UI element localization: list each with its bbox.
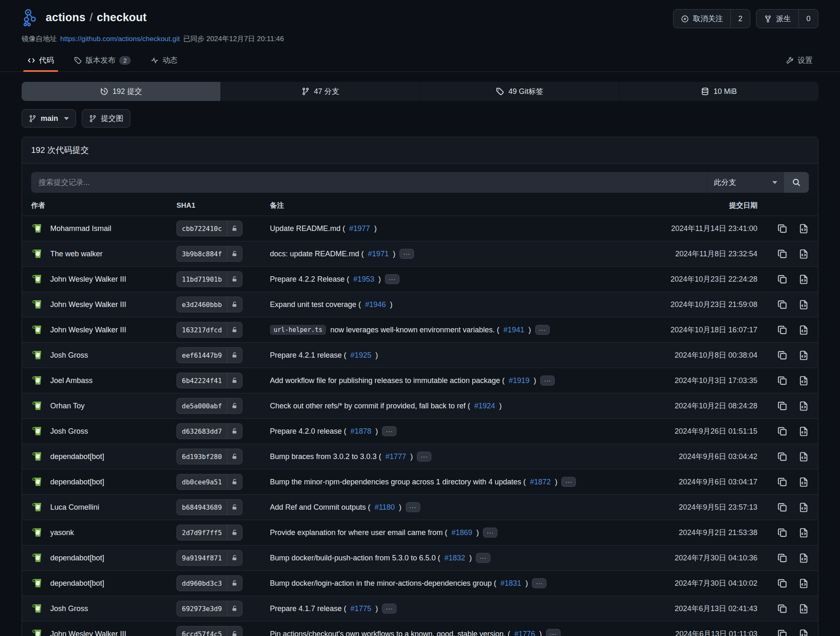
issue-link[interactable]: #1946	[365, 300, 386, 309]
commit-author[interactable]: dependabot[bot]	[50, 554, 104, 562]
commit-author[interactable]: dependabot[bot]	[50, 452, 104, 461]
issue-link[interactable]: #1919	[509, 376, 529, 385]
unwatch-button[interactable]: 取消关注 2	[673, 9, 750, 28]
expand-commit-button[interactable]: ···	[483, 528, 497, 538]
copy-sha-icon[interactable]	[777, 578, 788, 589]
commit-author[interactable]: yasonk	[50, 528, 74, 537]
issue-link[interactable]: #1924	[474, 402, 495, 410]
commit-sha-button[interactable]: 11bd71901b	[176, 271, 242, 287]
avatar[interactable]	[31, 602, 44, 615]
commit-sha-button[interactable]: 6ccd57f4c5	[176, 626, 242, 636]
view-file-at-commit-icon[interactable]	[798, 376, 809, 386]
issue-link[interactable]: #1832	[444, 554, 465, 562]
stat-branches[interactable]: 47 分支	[221, 82, 420, 101]
mirror-url-link[interactable]: https://github.com/actions/checkout.git	[60, 35, 180, 43]
expand-commit-button[interactable]: ···	[476, 553, 490, 563]
commit-sha-button[interactable]: 6d193bf280	[176, 449, 242, 464]
commit-sha-button[interactable]: d632683dd7	[176, 423, 242, 439]
avatar[interactable]	[31, 577, 44, 589]
avatar[interactable]	[31, 324, 44, 336]
fork-button[interactable]: 派生 0	[756, 9, 818, 28]
issue-link[interactable]: #1869	[451, 528, 472, 537]
view-file-at-commit-icon[interactable]	[798, 477, 809, 487]
commit-sha-button[interactable]: 3b9b8c884f	[176, 246, 242, 262]
view-file-at-commit-icon[interactable]	[798, 426, 809, 437]
view-file-at-commit-icon[interactable]	[798, 629, 809, 636]
avatar[interactable]	[31, 628, 44, 636]
copy-sha-icon[interactable]	[777, 426, 788, 437]
avatar[interactable]	[31, 298, 44, 311]
avatar[interactable]	[31, 273, 44, 285]
expand-commit-button[interactable]: ···	[417, 452, 431, 462]
avatar[interactable]	[31, 552, 44, 564]
commit-author[interactable]: John Wesley Walker III	[50, 326, 126, 334]
commit-sha-button[interactable]: db0cee9a51	[176, 474, 242, 490]
commit-author[interactable]: dependabot[bot]	[50, 478, 104, 486]
tab-code[interactable]: 代码	[22, 50, 60, 71]
commit-author[interactable]: Josh Gross	[50, 351, 88, 360]
tab-activity[interactable]: 动态	[145, 50, 183, 71]
commit-author[interactable]: The web walker	[50, 250, 103, 258]
copy-sha-icon[interactable]	[777, 274, 788, 285]
copy-sha-icon[interactable]	[777, 249, 788, 259]
expand-commit-button[interactable]: ···	[385, 274, 399, 284]
view-file-at-commit-icon[interactable]	[798, 528, 809, 538]
issue-link[interactable]: #1775	[350, 604, 371, 613]
expand-commit-button[interactable]: ···	[382, 604, 397, 614]
forks-count[interactable]: 0	[798, 10, 818, 28]
expand-commit-button[interactable]: ···	[406, 502, 420, 512]
commit-graph-button[interactable]: 提交图	[82, 109, 130, 128]
expand-commit-button[interactable]: ···	[540, 376, 555, 386]
tab-settings[interactable]: 设置	[780, 50, 818, 71]
avatar[interactable]	[31, 248, 44, 260]
search-input[interactable]	[31, 172, 707, 193]
expand-commit-button[interactable]: ···	[561, 477, 576, 487]
commit-author[interactable]: Luca Comellini	[50, 503, 99, 512]
expand-commit-button[interactable]: ···	[399, 249, 414, 259]
issue-link[interactable]: #1872	[530, 478, 551, 486]
issue-link[interactable]: #1977	[349, 224, 370, 233]
copy-sha-icon[interactable]	[777, 223, 788, 234]
branch-scope-dropdown[interactable]: 此分支	[707, 172, 784, 193]
view-file-at-commit-icon[interactable]	[798, 578, 809, 589]
commit-author[interactable]: John Wesley Walker III	[50, 275, 126, 284]
commit-author[interactable]: dependabot[bot]	[50, 579, 104, 588]
issue-link[interactable]: #1925	[350, 351, 371, 360]
commit-author[interactable]: Joel Ambass	[50, 376, 93, 385]
commit-sha-button[interactable]: e3d2460bbb	[176, 297, 242, 312]
commit-sha-button[interactable]: b684943689	[176, 499, 242, 515]
search-button[interactable]	[784, 172, 809, 193]
stat-size[interactable]: 10 MiB	[620, 82, 818, 101]
view-file-at-commit-icon[interactable]	[798, 300, 809, 310]
copy-sha-icon[interactable]	[777, 502, 788, 513]
commit-sha-button[interactable]: cbb722410c	[176, 221, 242, 236]
issue-link[interactable]: #1953	[353, 275, 374, 284]
view-file-at-commit-icon[interactable]	[798, 502, 809, 513]
commit-sha-button[interactable]: 6b42224f41	[176, 373, 242, 388]
avatar[interactable]	[31, 450, 44, 463]
tab-releases[interactable]: 版本发布 2	[68, 50, 137, 71]
issue-link[interactable]: #1941	[504, 326, 524, 334]
avatar[interactable]	[31, 526, 44, 539]
copy-sha-icon[interactable]	[777, 477, 788, 487]
commit-author[interactable]: John Wesley Walker III	[50, 630, 126, 636]
copy-sha-icon[interactable]	[777, 325, 788, 335]
copy-sha-icon[interactable]	[777, 604, 788, 614]
avatar[interactable]	[31, 400, 44, 412]
commit-author[interactable]: Josh Gross	[50, 604, 88, 613]
commit-author[interactable]: John Wesley Walker III	[50, 300, 126, 309]
view-file-at-commit-icon[interactable]	[798, 401, 809, 411]
commit-author[interactable]: Mohammad Ismail	[50, 224, 111, 233]
issue-link[interactable]: #1971	[368, 250, 389, 258]
avatar[interactable]	[31, 425, 44, 437]
commit-sha-button[interactable]: 2d7d9f7ff5	[176, 525, 242, 540]
copy-sha-icon[interactable]	[777, 300, 788, 310]
repo-owner-link[interactable]: actions	[46, 11, 86, 24]
view-file-at-commit-icon[interactable]	[798, 452, 809, 462]
view-file-at-commit-icon[interactable]	[798, 249, 809, 259]
commit-author[interactable]: Orhan Toy	[50, 402, 85, 410]
view-file-at-commit-icon[interactable]	[798, 604, 809, 614]
copy-sha-icon[interactable]	[777, 376, 788, 386]
issue-link[interactable]: #1777	[385, 452, 406, 461]
avatar[interactable]	[31, 374, 44, 387]
